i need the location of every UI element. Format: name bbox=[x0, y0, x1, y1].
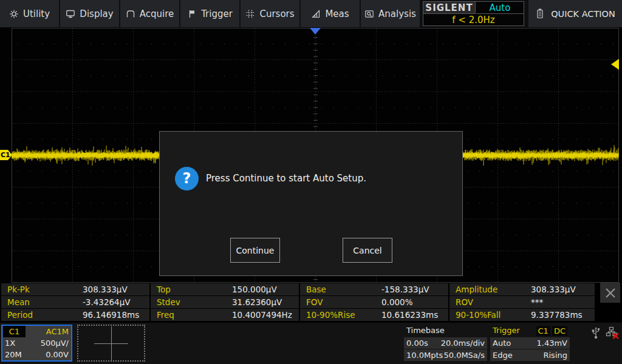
channel1-offset-row: 20M 0.00V bbox=[2, 349, 71, 360]
status-block: SIGLENT Auto f < 2.0Hz bbox=[423, 1, 524, 26]
gear-icon bbox=[9, 9, 19, 19]
quick-action-icon bbox=[535, 8, 545, 19]
quick-action-label: QUICK ACTION bbox=[551, 9, 615, 19]
menu-meas-label: Meas bbox=[325, 8, 349, 19]
meas-stdev[interactable]: Stdev31.62360µV bbox=[151, 296, 299, 308]
channel1-coupling: AC1M bbox=[46, 326, 69, 337]
question-icon: ? bbox=[175, 167, 199, 190]
timebase-sample-rate: 50.0MSa/s bbox=[443, 349, 485, 361]
channel1-descriptor[interactable]: C1 AC1M 1X 500µV/ 20M 0.00V bbox=[1, 325, 72, 362]
menu-utility[interactable]: Utility bbox=[0, 0, 59, 27]
channel1-probe: 1X bbox=[5, 337, 15, 349]
trigger-header: Trigger C1 DC bbox=[490, 325, 570, 337]
trigger-slope: Rising bbox=[543, 349, 567, 361]
menu-meas[interactable]: Meas bbox=[301, 0, 360, 27]
trigger-type: Edge bbox=[493, 349, 513, 361]
menu-trigger-label: Trigger bbox=[201, 8, 233, 19]
meas-rov[interactable]: ROV*** bbox=[449, 296, 595, 308]
timebase-descriptor[interactable]: Timebase 0.00s 20.0ms/div 10.0Mpts 50.0M… bbox=[404, 325, 487, 362]
meas-period[interactable]: Period96.146918ms bbox=[1, 309, 149, 321]
close-icon bbox=[604, 287, 617, 299]
measurement-row: Mean-3.43264µV Stdev31.62360µV FOV0.000%… bbox=[0, 296, 622, 308]
acquisition-status[interactable]: Auto bbox=[476, 2, 524, 14]
menu-utility-label: Utility bbox=[23, 8, 50, 19]
menu-cursors[interactable]: Cursors bbox=[241, 0, 299, 27]
measurement-panel: Pk-Pk308.333µV Top150.000µV Base-158.333… bbox=[0, 283, 622, 322]
trigger-row: Auto 1.43mV bbox=[490, 337, 570, 349]
bottom-status-bar: C1 AC1M 1X 500µV/ 20M 0.00V Timebase 0.0… bbox=[0, 323, 622, 364]
trigger-coupling: DC bbox=[552, 326, 567, 336]
meas-fall[interactable]: 90-10%Fall9.337783ms bbox=[449, 309, 595, 321]
timebase-title: Timebase bbox=[404, 325, 487, 337]
meas-freq[interactable]: Freq10.4007494Hz bbox=[151, 309, 299, 321]
menu-quick-action[interactable]: QUICK ACTION bbox=[528, 0, 622, 27]
channel1-scale: 500µV/ bbox=[41, 337, 69, 349]
menu-trigger[interactable]: Trigger bbox=[180, 0, 239, 27]
measurement-row: Pk-Pk308.333µV Top150.000µV Base-158.333… bbox=[0, 283, 622, 295]
channel1-header: C1 AC1M bbox=[2, 326, 71, 337]
menu-acquire[interactable]: Acquire bbox=[120, 0, 179, 27]
channel1-offset: 0.00V bbox=[46, 349, 69, 360]
timebase-row: 10.0Mpts 50.0MSa/s bbox=[404, 349, 487, 361]
usb-icon bbox=[590, 326, 601, 340]
timebase-memory: 10.0Mpts bbox=[406, 349, 443, 361]
waveform-display: C1 ? Press Continue to start Auto Setup.… bbox=[0, 28, 622, 283]
continue-button[interactable]: Continue bbox=[230, 238, 280, 263]
auto-setup-dialog: ? Press Continue to start Auto Setup. Co… bbox=[159, 131, 463, 276]
menu-analysis[interactable]: Analysis bbox=[361, 0, 420, 27]
lan-disconnected-icon bbox=[606, 326, 620, 340]
trigger-source: C1 bbox=[536, 326, 550, 336]
channel1-scale-row: 1X 500µV/ bbox=[2, 337, 71, 349]
acquire-icon bbox=[126, 9, 135, 19]
brand-logo: SIGLENT bbox=[423, 2, 476, 14]
channel1-name: C1 bbox=[3, 326, 26, 337]
cancel-button[interactable]: Cancel bbox=[343, 238, 392, 263]
cursors-icon bbox=[245, 9, 255, 19]
display-icon bbox=[66, 9, 75, 19]
meas-amplitude[interactable]: Amplitude308.333µV bbox=[449, 283, 595, 295]
meas-pkpk[interactable]: Pk-Pk308.333µV bbox=[1, 283, 149, 295]
trigger-title: Trigger bbox=[493, 325, 535, 337]
measurement-row: Period96.146918ms Freq10.4007494Hz 10-90… bbox=[0, 309, 622, 321]
trigger-row: Edge Rising bbox=[490, 349, 570, 361]
meas-mean[interactable]: Mean-3.43264µV bbox=[1, 296, 149, 308]
menu-cursors-label: Cursors bbox=[259, 8, 294, 19]
trigger-frequency: f < 2.0Hz bbox=[423, 15, 524, 25]
menu-display-label: Display bbox=[80, 8, 113, 19]
trigger-mode: Auto bbox=[493, 337, 511, 349]
menu-display[interactable]: Display bbox=[60, 0, 119, 27]
menu-bar: Utility Display Acquire Trigger bbox=[0, 0, 622, 27]
trigger-level-marker[interactable] bbox=[611, 59, 619, 70]
menu-acquire-label: Acquire bbox=[140, 8, 174, 19]
timebase-scale: 20.0ms/div bbox=[441, 337, 485, 349]
meas-top[interactable]: Top150.000µV bbox=[151, 283, 299, 295]
timebase-delay: 0.00s bbox=[406, 337, 428, 349]
meas-base[interactable]: Base-158.333µV bbox=[300, 283, 448, 295]
menu-analysis-label: Analysis bbox=[378, 8, 416, 19]
timebase-row: 0.00s 20.0ms/div bbox=[404, 337, 487, 349]
trigger-descriptor[interactable]: Trigger C1 DC Auto 1.43mV Edge Rising bbox=[490, 325, 570, 362]
oscilloscope-screen: Utility Display Acquire Trigger bbox=[0, 0, 622, 364]
close-measurements-button[interactable] bbox=[600, 283, 620, 303]
channel1-bandwidth: 20M bbox=[5, 349, 22, 360]
trigger-level: 1.43mV bbox=[536, 337, 567, 349]
meas-icon bbox=[311, 9, 321, 19]
add-channel-button[interactable] bbox=[77, 325, 145, 362]
analysis-icon bbox=[364, 9, 374, 19]
trigger-delay-marker[interactable] bbox=[310, 28, 321, 35]
plus-icon bbox=[111, 326, 112, 360]
meas-rise[interactable]: 10-90%Rise10.616233ms bbox=[300, 309, 448, 321]
dialog-message: Press Continue to start Auto Setup. bbox=[206, 173, 366, 184]
meas-fov[interactable]: FOV0.000% bbox=[300, 296, 448, 308]
flag-icon bbox=[187, 9, 197, 19]
